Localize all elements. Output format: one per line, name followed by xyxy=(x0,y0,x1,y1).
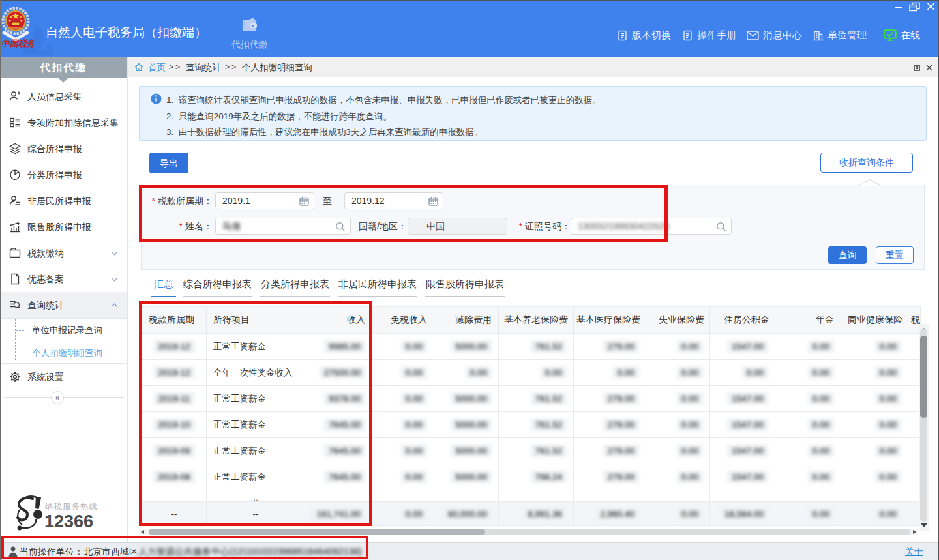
svg-text:中国税务: 中国税务 xyxy=(1,38,34,48)
